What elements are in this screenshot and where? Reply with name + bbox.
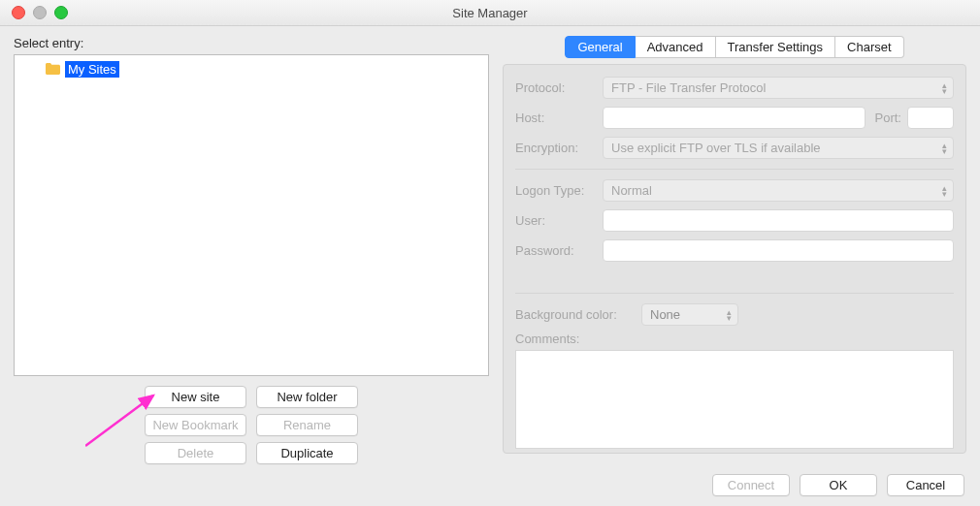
divider: [515, 293, 954, 294]
general-panel: Protocol: FTP - File Transfer Protocol ▴…: [503, 64, 966, 454]
host-input[interactable]: [603, 107, 866, 129]
cancel-button[interactable]: Cancel: [887, 474, 964, 496]
dialog-footer: Connect OK Cancel: [712, 474, 964, 496]
chevron-updown-icon: ▴▾: [942, 142, 947, 154]
bgcolor-select[interactable]: None ▴▾: [641, 303, 738, 326]
comments-label: Comments:: [515, 332, 954, 346]
port-input[interactable]: [907, 107, 954, 129]
comments-textarea[interactable]: [515, 350, 954, 449]
select-entry-label: Select entry:: [14, 36, 489, 50]
divider: [515, 169, 954, 170]
connect-button: Connect: [712, 474, 790, 496]
logon-type-value: Normal: [611, 183, 652, 198]
window-title: Site Manager: [0, 6, 980, 20]
titlebar: Site Manager: [0, 0, 980, 26]
new-site-button[interactable]: New site: [145, 386, 246, 408]
tab-charset[interactable]: Charset: [835, 36, 904, 58]
protocol-label: Protocol:: [515, 80, 603, 95]
duplicate-button[interactable]: Duplicate: [256, 442, 358, 464]
password-input[interactable]: [603, 239, 954, 262]
tab-transfer-settings[interactable]: Transfer Settings: [716, 36, 836, 58]
tree-node-label: My Sites: [65, 61, 119, 78]
rename-button: Rename: [256, 414, 358, 436]
new-bookmark-button: New Bookmark: [145, 414, 246, 436]
chevron-updown-icon: ▴▾: [942, 82, 947, 94]
site-buttons: New site New folder New Bookmark Rename …: [14, 386, 489, 464]
chevron-updown-icon: ▴▾: [727, 309, 732, 321]
logon-type-label: Logon Type:: [515, 183, 603, 198]
tab-bar: General Advanced Transfer Settings Chars…: [503, 36, 966, 58]
encryption-label: Encryption:: [515, 141, 603, 155]
protocol-value: FTP - File Transfer Protocol: [611, 80, 766, 95]
site-tree[interactable]: My Sites: [14, 54, 489, 376]
host-label: Host:: [515, 111, 603, 125]
encryption-value: Use explicit FTP over TLS if available: [611, 141, 821, 155]
delete-button: Delete: [145, 442, 246, 464]
tree-node-my-sites[interactable]: My Sites: [24, 61, 478, 78]
port-label: Port:: [875, 111, 901, 125]
password-label: Password:: [515, 243, 603, 258]
new-folder-button[interactable]: New folder: [256, 386, 358, 408]
left-pane: Select entry: My Sites New site New fold…: [14, 36, 489, 464]
folder-icon: [46, 63, 60, 77]
protocol-select[interactable]: FTP - File Transfer Protocol ▴▾: [603, 77, 954, 99]
bgcolor-value: None: [650, 307, 680, 322]
chevron-updown-icon: ▴▾: [942, 185, 947, 197]
user-input[interactable]: [603, 209, 954, 232]
right-pane: General Advanced Transfer Settings Chars…: [503, 36, 966, 454]
user-label: User:: [515, 213, 603, 228]
bgcolor-label: Background color:: [515, 307, 641, 322]
tab-advanced[interactable]: Advanced: [636, 36, 716, 58]
logon-type-select[interactable]: Normal ▴▾: [603, 179, 954, 202]
tab-general[interactable]: General: [565, 36, 635, 58]
encryption-select[interactable]: Use explicit FTP over TLS if available ▴…: [603, 137, 954, 159]
ok-button[interactable]: OK: [800, 474, 877, 496]
